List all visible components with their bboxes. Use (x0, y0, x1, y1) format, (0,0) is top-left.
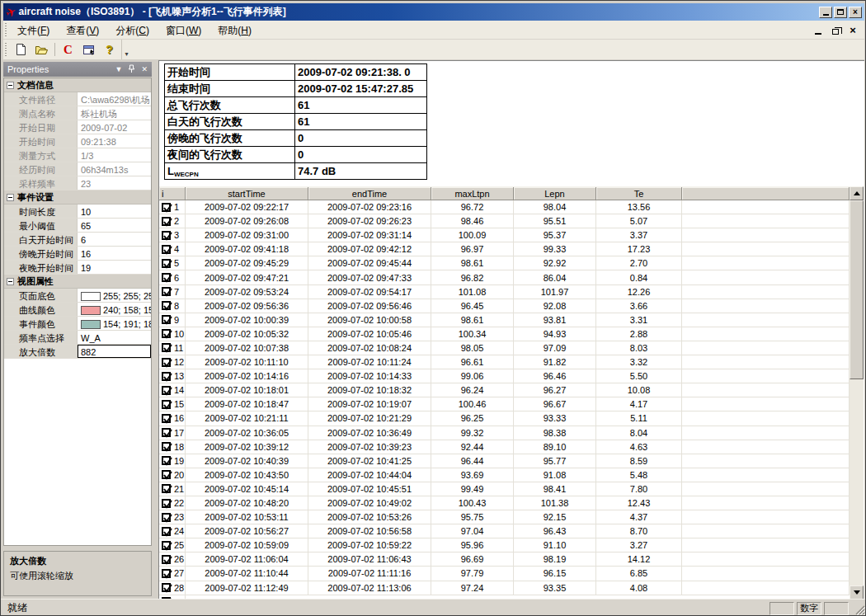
event-row[interactable]: 172009-07-02 10:36:052009-07-02 10:36:49… (159, 426, 850, 440)
close-button[interactable]: × (849, 7, 862, 18)
collapse-minus-icon[interactable] (7, 82, 14, 89)
property-value[interactable]: 栎社机场 (78, 106, 151, 120)
mdi-minimize-button[interactable] (813, 25, 823, 35)
event-row[interactable]: 272009-07-02 11:10:442009-07-02 11:11:16… (159, 567, 850, 581)
event-row[interactable]: 182009-07-02 10:39:122009-07-02 10:39:23… (159, 440, 850, 454)
property-row[interactable]: 夜晚开始时间19 (4, 261, 151, 275)
property-row[interactable]: 频率点选择W_A (4, 331, 151, 345)
event-row[interactable]: 252009-07-02 10:59:092009-07-02 10:59:22… (159, 538, 850, 553)
vertical-scrollbar[interactable] (850, 186, 864, 599)
property-section-header[interactable]: 事件设置 (4, 190, 151, 205)
property-value[interactable]: 6 (78, 233, 151, 246)
row-checkbox[interactable] (162, 287, 171, 296)
property-value[interactable]: 255; 255; 25 (78, 289, 151, 302)
event-row[interactable]: 152009-07-02 10:18:472009-07-02 10:19:07… (159, 397, 850, 411)
event-row[interactable]: 72009-07-02 09:53:242009-07-02 09:54:171… (159, 285, 850, 299)
minimize-button[interactable] (819, 7, 832, 18)
property-row[interactable]: 时间长度10 (4, 205, 151, 219)
help-icon[interactable]: ? (100, 41, 119, 59)
color-swatch[interactable] (81, 292, 101, 301)
event-row[interactable]: 242009-07-02 10:56:272009-07-02 10:56:58… (159, 524, 850, 538)
row-checkbox[interactable] (162, 273, 171, 282)
column-header-startTime[interactable]: startTime (186, 187, 308, 200)
row-checkbox[interactable] (162, 428, 171, 437)
property-section-header[interactable]: 视图属性 (4, 275, 151, 289)
row-checkbox[interactable] (162, 386, 171, 395)
property-value[interactable]: 09:21:38 (78, 134, 151, 148)
event-row[interactable]: 162009-07-02 10:21:112009-07-02 10:21:29… (159, 411, 850, 426)
event-row[interactable]: 52009-07-02 09:45:292009-07-02 09:45:449… (159, 256, 850, 270)
panel-close-icon[interactable]: ✕ (141, 65, 148, 73)
event-row[interactable]: 102009-07-02 10:05:322009-07-02 10:05:46… (159, 327, 850, 341)
property-value[interactable]: 06h34m13s (78, 162, 151, 176)
column-header-endTime[interactable]: endTime (308, 187, 431, 200)
maximize-button[interactable] (834, 7, 847, 18)
row-checkbox[interactable] (162, 372, 171, 381)
row-checkbox[interactable] (162, 414, 171, 423)
row-checkbox[interactable] (162, 442, 171, 451)
title-bar[interactable]: ✈ aircraft noise（ISO3891） - [飞机噪声分析1--飞行… (3, 3, 864, 21)
event-row[interactable]: 62009-07-02 09:47:212009-07-02 09:47:339… (159, 270, 850, 284)
row-checkbox[interactable] (162, 245, 171, 254)
property-row[interactable]: 开始日期2009-07-02 (4, 120, 151, 134)
event-row[interactable]: 232009-07-02 10:53:112009-07-02 10:53:26… (159, 510, 850, 524)
property-row[interactable]: 曲线颜色240; 158; 15 (4, 303, 151, 317)
row-checkbox[interactable] (162, 541, 171, 550)
property-row[interactable]: 采样频率23 (4, 176, 151, 190)
property-section-header[interactable]: 文档信息 (4, 78, 151, 92)
property-row[interactable]: 测量方式1/3 (4, 148, 151, 162)
color-swatch[interactable] (81, 320, 101, 329)
event-row[interactable]: 22009-07-02 09:26:082009-07-02 09:26:239… (159, 214, 850, 228)
menu-item[interactable]: 文件(F) (9, 22, 58, 39)
menubar-grip[interactable] (5, 23, 7, 36)
new-document-icon[interactable] (12, 41, 31, 59)
row-checkbox[interactable] (162, 583, 171, 592)
property-row[interactable]: 页面底色255; 255; 25 (4, 289, 151, 303)
mdi-close-button[interactable]: × (848, 25, 858, 35)
scroll-down-button[interactable] (850, 585, 864, 599)
open-file-icon[interactable] (32, 41, 51, 59)
property-value[interactable]: 154; 191; 18 (78, 317, 151, 330)
row-checkbox[interactable] (162, 513, 171, 522)
properties-window-icon[interactable] (79, 41, 98, 59)
menu-item[interactable]: 分析(C) (107, 22, 158, 39)
property-value[interactable]: C:\awa6298\机场 (78, 92, 151, 106)
event-row[interactable]: 142009-07-02 10:18:012009-07-02 10:18:32… (159, 383, 850, 397)
row-checkbox[interactable] (162, 456, 171, 465)
mdi-restore-button[interactable] (831, 25, 840, 35)
property-row[interactable]: 开始时间09:21:38 (4, 134, 151, 148)
row-checkbox[interactable] (162, 231, 171, 240)
panel-menu-chevron-icon[interactable]: ▼ (115, 65, 123, 73)
property-row[interactable]: 文件路径C:\awa6298\机场 (4, 92, 151, 106)
property-value[interactable]: W_A (78, 331, 151, 344)
event-row[interactable]: 32009-07-02 09:31:002009-07-02 09:31:141… (159, 228, 850, 242)
property-row[interactable]: 傍晚开始时间16 (4, 247, 151, 261)
property-row[interactable]: 白天开始时间6 (4, 233, 151, 247)
row-checkbox[interactable] (162, 203, 171, 212)
toolbar-options-chevron-icon[interactable]: ▾ (122, 50, 131, 59)
event-row[interactable]: 42009-07-02 09:41:182009-07-02 09:42:129… (159, 242, 850, 256)
row-checkbox[interactable] (162, 470, 171, 479)
property-value[interactable]: 882 (78, 345, 151, 358)
row-checkbox[interactable] (162, 315, 171, 324)
property-value[interactable]: 10 (78, 205, 151, 218)
property-value[interactable]: 2009-07-02 (78, 120, 151, 134)
row-checkbox[interactable] (162, 301, 171, 310)
event-row[interactable]: 12009-07-02 09:22:172009-07-02 09:23:169… (159, 200, 850, 214)
event-row[interactable]: 92009-07-02 10:00:392009-07-02 10:00:589… (159, 313, 850, 327)
row-checkbox[interactable] (162, 259, 171, 268)
collapse-minus-icon[interactable] (7, 194, 14, 201)
panel-pin-icon[interactable] (128, 64, 135, 75)
scrollbar-thumb[interactable] (850, 200, 864, 379)
calibration-c-icon[interactable]: C (59, 41, 78, 59)
row-checkbox[interactable] (162, 527, 171, 536)
property-row[interactable]: 事件颜色154; 191; 18 (4, 317, 151, 331)
event-row[interactable]: 112009-07-02 10:07:382009-07-02 10:08:24… (159, 341, 850, 355)
row-checkbox[interactable] (162, 343, 171, 352)
row-checkbox[interactable] (162, 499, 171, 508)
property-value[interactable]: 240; 158; 15 (78, 303, 151, 316)
column-header-Te[interactable]: Te (596, 187, 682, 200)
toolbar-grip[interactable] (5, 43, 7, 56)
event-row[interactable]: 262009-07-02 11:06:042009-07-02 11:06:43… (159, 553, 850, 567)
row-checkbox[interactable] (162, 358, 171, 367)
